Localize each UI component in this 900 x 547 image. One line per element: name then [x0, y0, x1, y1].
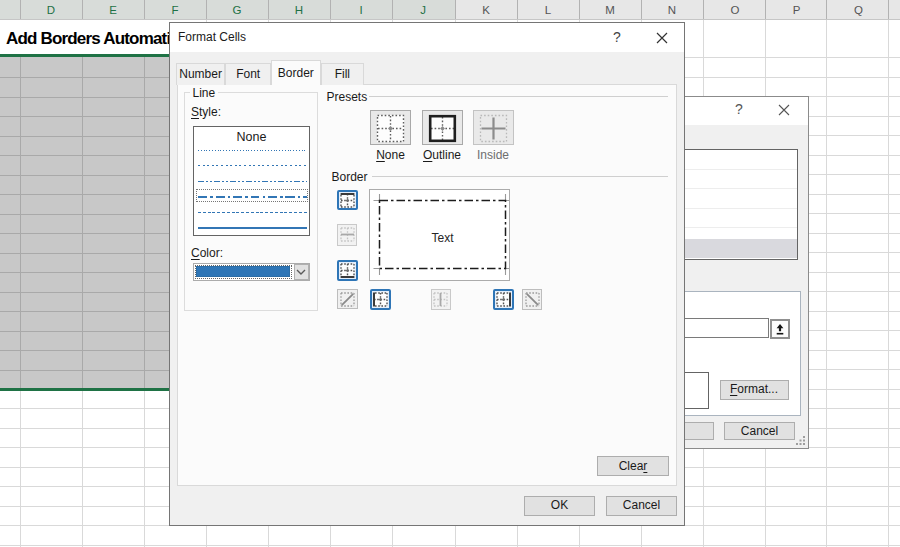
svg-text:Text: Text: [431, 231, 454, 245]
